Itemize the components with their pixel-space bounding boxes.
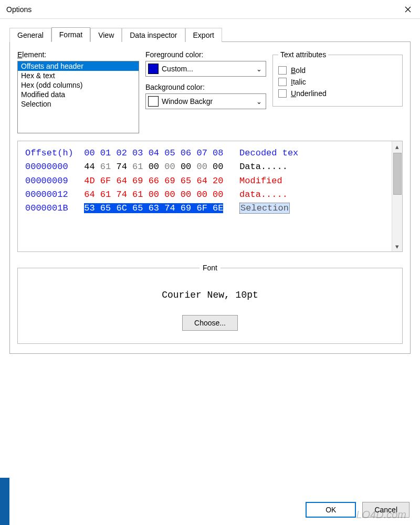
background-swatch bbox=[148, 96, 159, 107]
italic-checkbox[interactable]: Italic bbox=[278, 78, 397, 86]
list-item[interactable]: Selection bbox=[18, 99, 139, 109]
choose-font-button[interactable]: Choose... bbox=[182, 315, 238, 331]
font-sample: Courier New, 10pt bbox=[23, 290, 397, 300]
tab-strip: General Format View Data inspector Expor… bbox=[9, 26, 411, 42]
scroll-thumb[interactable] bbox=[393, 153, 402, 195]
preview-box: Offset(h) 00 01 02 03 04 05 06 07 08 Dec… bbox=[17, 141, 403, 252]
tab-format[interactable]: Format bbox=[51, 27, 90, 42]
colors-column: Foreground color: Custom... ⌄ Background… bbox=[145, 50, 266, 109]
font-legend: Font bbox=[200, 264, 220, 272]
attributes-legend: Text attributes bbox=[278, 50, 328, 59]
close-icon bbox=[405, 6, 411, 13]
background-value: Window Backgr bbox=[162, 97, 251, 106]
ok-button[interactable]: OK bbox=[306, 502, 356, 518]
preview-scrollbar[interactable]: ▴ ▾ bbox=[392, 141, 402, 251]
hex-preview: Offset(h) 00 01 02 03 04 05 06 07 08 Dec… bbox=[18, 141, 392, 251]
format-panel: Element: Offsets and header Hex & text H… bbox=[9, 42, 411, 354]
close-button[interactable] bbox=[396, 0, 420, 19]
tab-export[interactable]: Export bbox=[185, 28, 222, 42]
underlined-checkbox[interactable]: Underlined bbox=[278, 89, 397, 98]
italic-label: Italic bbox=[291, 78, 306, 86]
foreground-swatch bbox=[148, 64, 159, 74]
list-item[interactable]: Offsets and header bbox=[18, 61, 139, 71]
options-dialog: Options General Format View Data inspect… bbox=[0, 0, 420, 525]
element-column: Element: Offsets and header Hex & text H… bbox=[17, 50, 139, 133]
list-item[interactable]: Hex & text bbox=[18, 71, 139, 80]
titlebar: Options bbox=[0, 0, 420, 19]
element-label: Element: bbox=[17, 50, 139, 59]
dialog-content: General Format View Data inspector Expor… bbox=[0, 19, 420, 354]
background-label: Background color: bbox=[145, 83, 266, 91]
top-row: Element: Offsets and header Hex & text H… bbox=[17, 50, 403, 133]
tab-general[interactable]: General bbox=[9, 28, 51, 42]
tab-data-inspector[interactable]: Data inspector bbox=[122, 28, 185, 42]
scroll-up-area[interactable]: ▴ bbox=[393, 141, 402, 195]
background-strip bbox=[0, 478, 9, 525]
chevron-down-icon: ⌄ bbox=[254, 65, 264, 73]
checkbox-box bbox=[278, 89, 287, 98]
checkbox-box bbox=[278, 78, 287, 86]
foreground-color-combo[interactable]: Custom... ⌄ bbox=[145, 61, 266, 77]
font-group: Font Courier New, 10pt Choose... bbox=[17, 264, 403, 344]
chevron-down-icon: ⌄ bbox=[254, 98, 264, 106]
foreground-value: Custom... bbox=[162, 65, 251, 73]
underlined-label: Underlined bbox=[291, 89, 327, 98]
list-item[interactable]: Hex (odd columns) bbox=[18, 80, 139, 90]
element-listbox[interactable]: Offsets and header Hex & text Hex (odd c… bbox=[17, 61, 139, 133]
attributes-column: Text attributes Bold Italic Underlined bbox=[272, 50, 403, 107]
bold-checkbox[interactable]: Bold bbox=[278, 66, 397, 75]
list-item[interactable]: Modified data bbox=[18, 90, 139, 99]
bold-label: Bold bbox=[291, 66, 306, 75]
background-color-combo[interactable]: Window Backgr ⌄ bbox=[145, 93, 266, 109]
scroll-down-arrow-icon[interactable]: ▾ bbox=[393, 241, 402, 251]
foreground-label: Foreground color: bbox=[145, 50, 266, 59]
scroll-up-arrow-icon[interactable]: ▴ bbox=[393, 141, 402, 152]
dialog-buttons: OK Cancel bbox=[306, 502, 410, 518]
cancel-button[interactable]: Cancel bbox=[362, 502, 410, 518]
tab-view[interactable]: View bbox=[90, 28, 122, 42]
checkbox-box bbox=[278, 66, 287, 75]
window-title: Options bbox=[6, 5, 32, 14]
text-attributes-group: Text attributes Bold Italic Underlined bbox=[272, 50, 403, 107]
